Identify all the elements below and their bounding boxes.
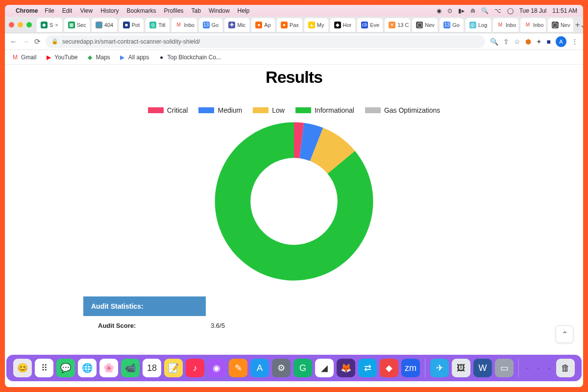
address-bar[interactable]: 🔒 securedapp.in/smart-contract-scanner-s… xyxy=(46,35,485,48)
menu-file[interactable]: File xyxy=(45,7,54,14)
telegram-icon[interactable]: ✈ xyxy=(430,359,449,377)
menu-help[interactable]: Help xyxy=(238,7,250,14)
zoom-icon[interactable]: zm xyxy=(401,359,420,377)
browser-tab[interactable]: MInbo xyxy=(172,18,197,32)
trash-icon[interactable]: 🗑 xyxy=(556,359,575,377)
messages-icon[interactable]: 💬 xyxy=(56,359,75,377)
maximize-window-button[interactable] xyxy=(26,22,32,27)
podcasts-icon[interactable]: ◉ xyxy=(207,359,226,377)
menu-edit[interactable]: Edit xyxy=(62,7,73,14)
siri-icon[interactable]: ◯ xyxy=(507,7,514,14)
audit-score-label: Audit Score: xyxy=(98,322,211,329)
wifi-icon[interactable]: ⋒ xyxy=(470,7,475,14)
close-window-button[interactable] xyxy=(9,22,14,27)
browser-tab[interactable]: ✚Mic xyxy=(224,18,249,32)
calendar-icon[interactable]: 18 xyxy=(143,359,161,377)
zoom-icon[interactable]: 🔍 xyxy=(490,38,498,46)
browser-tab[interactable]: ◯Nev xyxy=(412,18,438,32)
browser-tab[interactable]: 🌐404 xyxy=(92,18,117,32)
battery-icon[interactable]: ▮▸ xyxy=(458,7,465,14)
photos-icon[interactable]: 🌸 xyxy=(99,359,118,377)
scroll-to-top-button[interactable]: ⌃ xyxy=(556,325,573,343)
mini-icon-3[interactable]: ▫ xyxy=(545,364,553,372)
browser-tab[interactable]: ≡13 C xyxy=(385,18,410,32)
browser-tab[interactable]: ◯Nev xyxy=(548,18,573,32)
menu-window[interactable]: Window xyxy=(209,7,230,14)
reload-button[interactable]: ⟳ xyxy=(34,37,41,46)
appstore-icon[interactable]: A xyxy=(250,359,269,377)
browser-tab[interactable]: ■Pot xyxy=(119,18,144,32)
control-center-icon[interactable]: ⌥ xyxy=(494,7,501,14)
legend-item[interactable]: Critical xyxy=(148,106,188,114)
mac-dock: 😊⠿💬🌐🌸📹18📝♪◉✎A⚙G◢🦊⇄◆zm✈🖼W▭▫▫▫🗑 xyxy=(6,355,582,381)
browser-tab[interactable]: cbEve xyxy=(357,18,383,32)
legend-item[interactable]: Low xyxy=(253,106,285,114)
menu-profiles[interactable]: Profiles xyxy=(164,7,184,14)
preview-icon[interactable]: 🖼 xyxy=(452,359,470,377)
legend-item[interactable]: Informational xyxy=(295,106,354,114)
settings-icon[interactable]: ⚙ xyxy=(272,359,291,377)
chrome-icon[interactable]: 🌐 xyxy=(78,359,97,377)
browser-tab[interactable]: ●Ap xyxy=(251,18,274,32)
menubar-date[interactable]: Tue 18 Jul xyxy=(519,7,547,14)
browser-tab[interactable]: MInbo xyxy=(493,18,518,32)
share-icon[interactable]: ⇪ xyxy=(503,38,509,46)
browser-tab[interactable]: ●Pax xyxy=(277,18,302,32)
clickup-icon[interactable]: ◢ xyxy=(315,359,334,377)
menu-view[interactable]: View xyxy=(80,7,93,14)
grammarly-icon[interactable]: G xyxy=(294,359,312,377)
notes-icon[interactable]: 📝 xyxy=(164,359,183,377)
menubar-time[interactable]: 11:51 AM xyxy=(552,7,577,14)
bookmark-item[interactable]: ▶YouTube xyxy=(45,54,77,61)
tab-overflow-button[interactable]: ⌄ xyxy=(580,20,583,29)
browser-toolbar: ← → ⟳ 🔒 securedapp.in/smart-contract-sca… xyxy=(5,33,583,50)
menu-bookmarks[interactable]: Bookmarks xyxy=(127,7,156,14)
teamviewer-icon[interactable]: ⇄ xyxy=(358,359,377,377)
launchpad-icon[interactable]: ⠿ xyxy=(35,359,53,377)
browser-tab[interactable]: ▲My xyxy=(304,18,328,32)
app-icon[interactable]: ▭ xyxy=(495,359,514,377)
legend-label: Gas Optimizations xyxy=(384,106,440,114)
browser-tab[interactable]: ◎Titl xyxy=(146,18,169,32)
extensions-icon[interactable]: ✦ xyxy=(536,38,542,46)
anydesk-icon[interactable]: ◆ xyxy=(380,359,398,377)
minimize-window-button[interactable] xyxy=(18,22,23,27)
menu-tab[interactable]: Tab xyxy=(192,7,201,14)
close-tab-icon[interactable]: × xyxy=(55,22,58,28)
finder-icon[interactable]: 😊 xyxy=(13,359,32,377)
facetime-icon[interactable]: 📹 xyxy=(121,359,140,377)
music-icon[interactable]: ♪ xyxy=(186,359,204,377)
bookmark-item[interactable]: ▶All apps xyxy=(119,54,149,61)
menu-history[interactable]: History xyxy=(100,7,119,14)
profile-avatar[interactable]: A xyxy=(556,36,566,47)
play-status-icon[interactable]: ⊙ xyxy=(447,7,452,14)
metamask-icon[interactable]: ⬢ xyxy=(525,38,531,46)
firefox-icon[interactable]: 🦊 xyxy=(337,359,355,377)
legend-item[interactable]: Gas Optimizations xyxy=(365,106,440,114)
bookmark-item[interactable]: MGmail xyxy=(12,54,36,61)
back-button[interactable]: ← xyxy=(10,37,17,46)
bookmark-item[interactable]: ◆Maps xyxy=(87,54,110,61)
browser-tab[interactable]: 13Go xyxy=(440,18,464,32)
browser-tab[interactable]: ◆Hor xyxy=(330,18,356,32)
browser-menu-button[interactable]: ⋮ xyxy=(571,38,578,46)
browser-tab[interactable]: MInbo xyxy=(520,18,546,32)
mini-icon-2[interactable]: ▫ xyxy=(535,364,542,372)
grammar-status-icon[interactable]: ◉ xyxy=(437,7,441,14)
word-icon[interactable]: W xyxy=(473,359,492,377)
new-tab-button[interactable]: + xyxy=(575,21,580,29)
legend-item[interactable]: Medium xyxy=(198,106,242,114)
menubar-app-name[interactable]: Chrome xyxy=(16,7,38,14)
forward-button[interactable]: → xyxy=(22,37,29,46)
browser-tab[interactable]: ◎Log xyxy=(466,18,491,32)
bookmark-label: Maps xyxy=(96,54,110,61)
browser-tab[interactable]: ◆S× xyxy=(37,18,62,32)
browser-tab[interactable]: 13Go xyxy=(199,18,223,32)
pages-icon[interactable]: ✎ xyxy=(229,359,247,377)
extension-badge-icon[interactable]: ■ xyxy=(547,38,551,46)
spotlight-icon[interactable]: 🔍 xyxy=(481,7,489,14)
mini-icon-1[interactable]: ▫ xyxy=(524,364,532,372)
browser-tab[interactable]: ▦Sec xyxy=(64,18,90,32)
bookmark-star-icon[interactable]: ☆ xyxy=(514,38,520,46)
bookmark-item[interactable]: ●Top Blockchain Co... xyxy=(158,54,221,61)
